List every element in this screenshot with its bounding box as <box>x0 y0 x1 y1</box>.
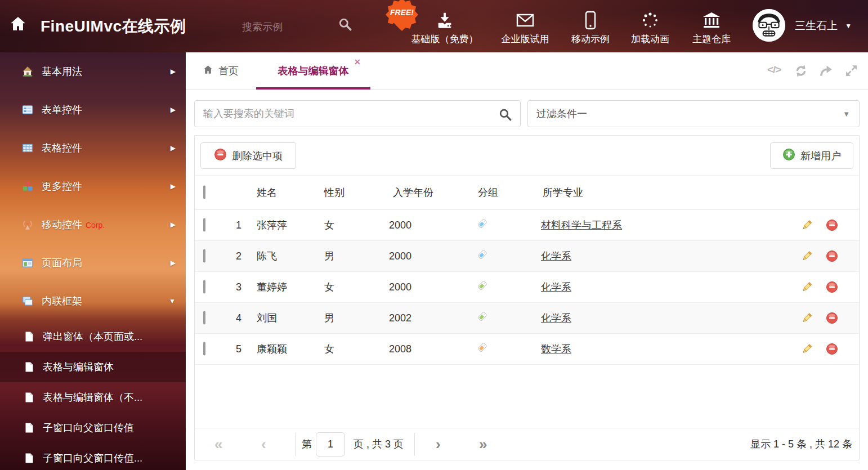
sidebar-subitem-child-to-parent[interactable]: 子窗口向父窗口传值 <box>0 413 186 443</box>
edit-icon[interactable] <box>800 281 813 293</box>
row-checkbox[interactable] <box>203 218 205 232</box>
major-link[interactable]: 化学系 <box>541 311 571 325</box>
delete-icon[interactable] <box>826 250 838 262</box>
open-new-window-icon[interactable] <box>818 64 834 78</box>
sidebar-item-form-controls[interactable]: 表单控件 ▶ <box>0 91 186 129</box>
edit-icon[interactable] <box>800 219 813 231</box>
delete-selected-button[interactable]: 删除选中项 <box>200 142 296 169</box>
cell-name: 董婷婷 <box>257 280 287 294</box>
chevron-right-icon: ▶ <box>171 182 176 190</box>
row-checkbox[interactable] <box>203 249 205 263</box>
last-page-icon[interactable]: » <box>479 436 487 453</box>
major-link[interactable]: 化学系 <box>541 249 571 263</box>
page-number-input[interactable] <box>316 432 345 456</box>
table-row[interactable]: 2 陈飞 男 2000 化学系 <box>195 241 859 272</box>
table-row[interactable]: 3 董婷婷 女 2000 化学系 <box>195 272 859 303</box>
add-user-button[interactable]: 新增用户 <box>770 142 853 169</box>
column-header-group[interactable]: 分组 <box>478 186 498 199</box>
filter-value: 过滤条件一 <box>536 107 587 120</box>
close-icon[interactable]: ✕ <box>354 57 361 66</box>
corp-tag: Corp. <box>86 221 105 230</box>
major-link[interactable]: 数学系 <box>541 342 571 356</box>
row-number: 4 <box>223 312 241 324</box>
cell-year: 2000 <box>389 281 411 293</box>
row-checkbox[interactable] <box>203 342 205 356</box>
search-placeholder: 输入要搜索的关键词 <box>203 107 294 120</box>
sidebar-subitem-grid-edit-window-2[interactable]: 表格与编辑窗体（不... <box>0 382 186 413</box>
nav-basic-edition[interactable]: 基础版（免费） <box>402 10 487 46</box>
chevron-right-icon: ▶ <box>171 106 176 114</box>
cell-name: 刘国 <box>257 311 277 325</box>
fullscreen-icon[interactable] <box>844 64 860 78</box>
tab-grid-edit-window[interactable]: 表格与编辑窗体 ✕ <box>256 52 370 89</box>
nav-theme-repo[interactable]: 主题仓库 <box>669 10 754 46</box>
sidebar-item-page-layout[interactable]: 页面布局 ▶ <box>0 244 186 282</box>
column-header-major[interactable]: 所学专业 <box>543 186 583 199</box>
sidebar-item-iframe[interactable]: 内联框架 ▼ <box>0 282 186 320</box>
cell-gender: 女 <box>324 280 334 294</box>
delete-icon[interactable] <box>826 343 838 355</box>
home-icon[interactable] <box>9 15 27 35</box>
keyword-search-input[interactable]: 输入要搜索的关键词 <box>194 100 521 127</box>
sidebar-subitem-label: 弹出窗体（本页面或... <box>43 330 142 343</box>
avatar[interactable] <box>753 9 785 42</box>
edit-icon[interactable] <box>800 312 813 324</box>
page-icon <box>24 361 35 373</box>
cell-year: 2000 <box>389 250 411 262</box>
header-search-icon[interactable] <box>338 17 352 34</box>
sidebar-subitem-popup-window[interactable]: 弹出窗体（本页面或... <box>0 321 186 352</box>
column-header-year[interactable]: 入学年份 <box>393 186 433 199</box>
sidebar-item-grid-controls[interactable]: 表格控件 ▶ <box>0 129 186 167</box>
sidebar-item-basic-usage[interactable]: 基本用法 ▶ <box>0 52 186 91</box>
major-link[interactable]: 化学系 <box>541 280 571 294</box>
row-number: 2 <box>223 250 241 262</box>
row-checkbox[interactable] <box>203 280 205 294</box>
page-icon <box>24 331 35 342</box>
prev-page-icon[interactable]: ‹ <box>261 436 266 453</box>
sidebar-subitem-grid-edit-window[interactable]: 表格与编辑窗体 <box>0 352 186 382</box>
sidebar-item-label: 页面布局 <box>42 256 82 270</box>
edit-icon[interactable] <box>800 250 813 262</box>
delete-icon[interactable] <box>826 312 838 324</box>
sidebar-subitem-label: 表格与编辑窗体（不... <box>43 391 142 404</box>
chevron-right-icon: ▶ <box>171 221 176 229</box>
table-row[interactable]: 5 康颖颖 女 2008 数学系 <box>195 334 859 365</box>
column-header-name[interactable]: 姓名 <box>257 186 277 199</box>
table-row[interactable]: 1 张萍萍 女 2000 材料科学与工程系 <box>195 210 859 241</box>
user-menu[interactable]: 三生石上 ▼ <box>795 19 852 33</box>
column-header-gender[interactable]: 性别 <box>324 186 344 199</box>
sidebar-item-more-controls[interactable]: 更多控件 ▶ <box>0 167 186 205</box>
cell-year: 2000 <box>389 220 411 231</box>
cell-year: 2002 <box>389 312 411 324</box>
record-summary: 显示 1 - 5 条 , 共 12 条 <box>750 437 852 451</box>
delete-icon[interactable] <box>826 281 838 293</box>
header-search-input[interactable]: 搜索示例 <box>242 20 283 34</box>
button-label: 新增用户 <box>800 149 841 163</box>
tab-home[interactable]: 首页 <box>203 52 239 89</box>
form-icon <box>21 104 34 116</box>
sidebar-subitem-label: 子窗口向父窗口传值... <box>43 451 142 465</box>
page-icon <box>24 422 35 433</box>
edit-icon[interactable] <box>800 343 813 355</box>
refresh-icon[interactable] <box>794 64 809 78</box>
next-page-icon[interactable]: › <box>436 436 441 453</box>
search-icon[interactable] <box>498 108 512 124</box>
major-link[interactable]: 材料科学与工程系 <box>541 218 622 232</box>
delete-icon[interactable] <box>826 219 838 231</box>
layout-icon <box>21 257 34 269</box>
divider <box>295 433 296 456</box>
select-all-checkbox[interactable] <box>203 186 205 199</box>
sidebar-item-label: 移动控件Corp. <box>42 218 105 231</box>
sidebar-subitem-child-to-parent-2[interactable]: 子窗口向父窗口传值... <box>0 443 186 470</box>
filter-dropdown[interactable]: 过滤条件一 ▼ <box>527 100 860 127</box>
pagination-bar: « ‹ 第 页 , 共 3 页 › » 显示 1 - 5 条 , 共 12 条 <box>195 428 859 460</box>
frames-icon <box>21 295 34 307</box>
cell-gender: 女 <box>324 218 334 232</box>
first-page-icon[interactable]: « <box>214 436 222 453</box>
row-checkbox[interactable] <box>203 311 205 325</box>
table-row[interactable]: 4 刘国 男 2002 化学系 <box>195 303 859 334</box>
divider <box>414 433 415 456</box>
sidebar-item-mobile-controls[interactable]: 移动控件Corp. ▶ <box>0 205 186 244</box>
view-source-icon[interactable]: </> <box>767 64 783 78</box>
chevron-down-icon: ▼ <box>845 22 852 30</box>
